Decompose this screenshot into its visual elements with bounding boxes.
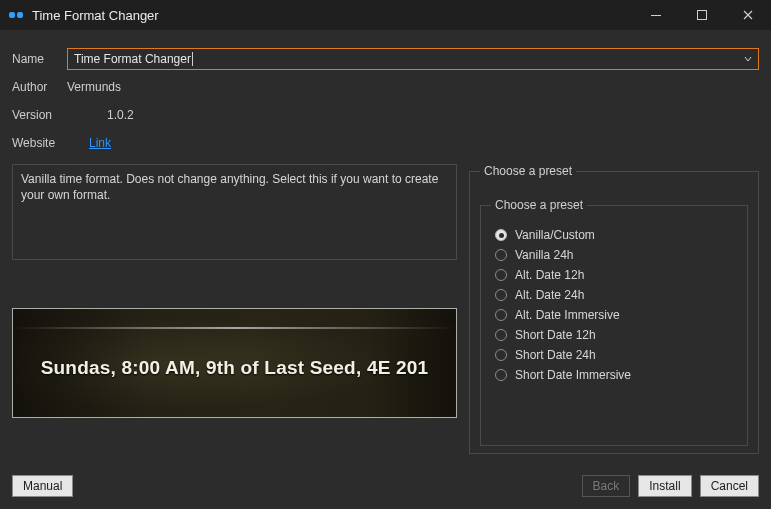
preset-option[interactable]: Vanilla 24h xyxy=(495,248,737,262)
preset-group-outer: Choose a preset Choose a preset Vanilla/… xyxy=(469,164,759,454)
preset-option-label: Alt. Date 12h xyxy=(515,268,584,282)
radio-icon xyxy=(495,349,507,361)
name-combobox[interactable]: Time Format Changer xyxy=(67,48,759,70)
radio-icon xyxy=(495,369,507,381)
preset-option[interactable]: Alt. Date 12h xyxy=(495,268,737,282)
name-label: Name xyxy=(12,52,67,66)
minimize-button[interactable] xyxy=(633,0,679,30)
radio-icon xyxy=(495,309,507,321)
app-icon xyxy=(8,7,24,23)
svg-rect-2 xyxy=(651,15,661,16)
preset-option-label: Short Date 12h xyxy=(515,328,596,342)
window-title: Time Format Changer xyxy=(32,8,159,23)
close-button[interactable] xyxy=(725,0,771,30)
radio-icon xyxy=(495,289,507,301)
author-value: Vermunds xyxy=(67,80,121,94)
name-value: Time Format Changer xyxy=(74,52,193,66)
author-label: Author xyxy=(12,80,67,94)
maximize-button[interactable] xyxy=(679,0,725,30)
preset-option[interactable]: Alt. Date 24h xyxy=(495,288,737,302)
preset-option[interactable]: Vanilla/Custom xyxy=(495,228,737,242)
website-link[interactable]: Link xyxy=(89,136,111,150)
preview-text: Sundas, 8:00 AM, 9th of Last Seed, 4E 20… xyxy=(13,357,456,379)
preset-option[interactable]: Alt. Date Immersive xyxy=(495,308,737,322)
radio-icon xyxy=(495,249,507,261)
radio-icon xyxy=(495,269,507,281)
manual-button[interactable]: Manual xyxy=(12,475,73,497)
preset-inner-legend: Choose a preset xyxy=(491,198,587,212)
svg-rect-1 xyxy=(17,12,23,18)
install-button[interactable]: Install xyxy=(638,475,691,497)
svg-rect-0 xyxy=(9,12,15,18)
preset-option-label: Vanilla/Custom xyxy=(515,228,595,242)
preset-option[interactable]: Short Date Immersive xyxy=(495,368,737,382)
version-label: Version xyxy=(12,108,67,122)
website-label: Website xyxy=(12,136,67,150)
preset-option-label: Alt. Date Immersive xyxy=(515,308,620,322)
cancel-button[interactable]: Cancel xyxy=(700,475,759,497)
preset-option-label: Alt. Date 24h xyxy=(515,288,584,302)
preset-option-label: Short Date 24h xyxy=(515,348,596,362)
preset-outer-legend: Choose a preset xyxy=(480,164,576,178)
preset-option-label: Vanilla 24h xyxy=(515,248,574,262)
chevron-down-icon xyxy=(744,52,752,66)
title-bar: Time Format Changer xyxy=(0,0,771,30)
svg-rect-3 xyxy=(698,11,707,20)
preset-option-label: Short Date Immersive xyxy=(515,368,631,382)
back-button: Back xyxy=(582,475,631,497)
version-value: 1.0.2 xyxy=(107,108,134,122)
radio-icon xyxy=(495,329,507,341)
preset-group-inner: Choose a preset Vanilla/CustomVanilla 24… xyxy=(480,198,748,446)
preset-option[interactable]: Short Date 12h xyxy=(495,328,737,342)
description-box: Vanilla time format. Does not change any… xyxy=(12,164,457,260)
radio-icon xyxy=(495,229,507,241)
preset-option[interactable]: Short Date 24h xyxy=(495,348,737,362)
preview-image: Sundas, 8:00 AM, 9th of Last Seed, 4E 20… xyxy=(12,308,457,418)
